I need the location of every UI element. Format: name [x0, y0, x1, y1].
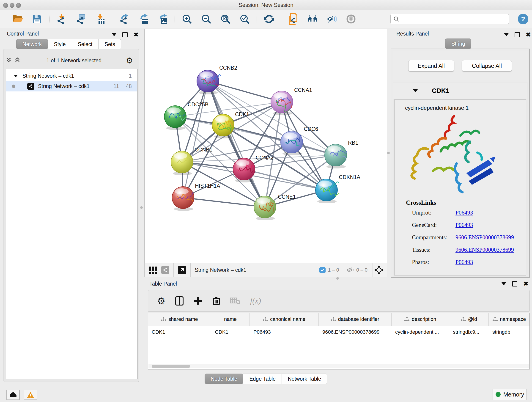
expand-all-icon[interactable] [14, 57, 22, 64]
node-CDK1[interactable] [212, 114, 234, 138]
results-panel-menu-icon[interactable] [504, 33, 509, 36]
add-column-icon[interactable] [193, 296, 203, 306]
refresh-icon[interactable] [264, 13, 274, 25]
grid-view-icon[interactable] [149, 266, 157, 274]
network-status-dot [12, 85, 15, 88]
warning-button[interactable] [24, 390, 37, 400]
table-panel-float-icon[interactable] [512, 281, 517, 287]
table-panel-menu-icon[interactable] [501, 282, 506, 285]
entry-expander-icon[interactable] [413, 89, 418, 92]
tab-style[interactable]: Style [48, 39, 72, 49]
edge-HIST1H1A-CCNE1[interactable] [183, 198, 265, 207]
node-CDC25B[interactable] [164, 106, 187, 130]
open-file-icon[interactable] [12, 13, 23, 25]
tab-network[interactable]: Network [16, 39, 48, 49]
tab-node-table[interactable]: Node Table [205, 374, 244, 384]
table-tabs: Node TableEdge TableNetwork Table [0, 374, 532, 384]
hide-eye-icon[interactable] [326, 13, 337, 25]
home-pair-icon[interactable] [307, 13, 318, 25]
import-table-icon[interactable] [94, 13, 105, 25]
node-CCNA1[interactable] [271, 91, 293, 115]
zoom-in-icon[interactable] [181, 13, 192, 25]
selected-checkbox-icon[interactable] [319, 267, 326, 273]
column-header-canonical-name[interactable]: canonical name [250, 313, 319, 326]
node-table[interactable]: shared namenamecanonical namedatabase id… [148, 313, 530, 370]
control-panel-float-icon[interactable] [122, 32, 128, 37]
control-panel-title: Control Panel [7, 31, 39, 37]
node-label-RB1: RB1 [348, 140, 358, 146]
table-horizontal-scrollbar[interactable] [148, 364, 529, 368]
open-in-new-icon[interactable] [178, 266, 186, 274]
zoom-out-icon[interactable] [201, 13, 212, 25]
export-table-icon[interactable] [138, 13, 149, 25]
column-header-@id[interactable]: @id [449, 313, 489, 326]
export-image-icon[interactable] [157, 13, 168, 25]
zoom-fit-icon[interactable] [220, 13, 231, 25]
table-row[interactable]: CDK1CDK1P064939606.ENSP00000378699cyclin… [148, 326, 530, 338]
cell[interactable]: CDK1 [148, 329, 211, 335]
column-header-namespace[interactable]: namespace [489, 313, 530, 326]
node-CDKN1A[interactable] [316, 179, 340, 203]
crosslink-link[interactable]: 9606.ENSP00000378699 [456, 234, 514, 241]
network-options-gear-icon[interactable]: ⚙ [126, 57, 133, 64]
clone-document-icon[interactable] [288, 13, 299, 25]
results-panel-close-icon[interactable]: ✖ [526, 32, 531, 38]
edge-CDK1-RB1[interactable] [223, 125, 336, 155]
share-network-icon[interactable] [161, 266, 169, 274]
cell[interactable]: 9606.ENSP00000378699 [319, 329, 392, 335]
import-network-icon[interactable] [56, 13, 67, 25]
collapse-all-icon[interactable] [6, 57, 14, 64]
collection-expander-icon[interactable] [14, 75, 18, 77]
column-header-shared-name[interactable]: shared name [148, 313, 211, 326]
network-canvas[interactable]: CCNB2CCNA1CDC25BCDK1CDC6RB1CCNB1CCNA2CDK… [144, 29, 387, 263]
protein-entry-header[interactable]: CDK1 [393, 83, 527, 99]
node-CCNE1[interactable] [254, 196, 276, 220]
save-session-icon[interactable] [32, 13, 43, 25]
cell[interactable]: P06493 [250, 329, 319, 335]
results-panel-float-icon[interactable] [515, 32, 520, 37]
tab-string[interactable]: String [445, 38, 471, 49]
eye-ball-icon[interactable] [346, 13, 356, 25]
collapse-all-button[interactable]: Collapse All [462, 60, 512, 71]
cell[interactable]: stringdb [489, 329, 530, 335]
crosslink-link[interactable]: P06493 [456, 259, 473, 265]
cloud-button[interactable] [6, 390, 20, 400]
zoom-selected-icon[interactable] [239, 13, 250, 25]
node-label-CCNA1: CCNA1 [294, 87, 312, 93]
left-splitter-handle[interactable] [140, 206, 143, 209]
tab-sets[interactable]: Sets [98, 39, 121, 49]
cell[interactable]: cyclin-dependent ... [392, 329, 449, 335]
column-header-name[interactable]: name [211, 313, 250, 326]
crosslink-link[interactable]: P06493 [456, 222, 473, 228]
tab-edge-table[interactable]: Edge Table [243, 374, 282, 384]
column-header-description[interactable]: description [392, 313, 449, 326]
edge-CCNB2-HIST1H1A[interactable] [183, 81, 208, 198]
show-columns-icon[interactable] [175, 296, 184, 306]
cell[interactable]: CDK1 [211, 329, 250, 335]
search-input[interactable] [399, 16, 506, 22]
export-network-icon[interactable] [119, 13, 130, 25]
birdseye-crosshair-icon[interactable] [374, 265, 384, 275]
help-button[interactable]: ? [518, 14, 528, 24]
network-collection-row[interactable]: String Network – cdk1 1 [6, 71, 137, 81]
table-panel-close-icon[interactable]: ✖ [523, 281, 528, 287]
tab-select[interactable]: Select [72, 39, 99, 49]
node-CCNB1[interactable] [171, 151, 193, 175]
table-settings-gear-icon[interactable]: ⚙ [157, 296, 165, 306]
node-RB1[interactable] [325, 144, 347, 168]
control-panel-close-icon[interactable]: ✖ [133, 32, 139, 38]
control-panel-menu-icon[interactable] [112, 33, 116, 36]
tab-network-table[interactable]: Network Table [282, 374, 327, 384]
node-HIST1H1A[interactable] [172, 186, 194, 211]
column-header-database-identifier[interactable]: database identifier [319, 313, 392, 326]
import-database-icon[interactable] [75, 13, 86, 25]
crosslink-link[interactable]: P06493 [456, 210, 473, 216]
crosslink-link[interactable]: 9606.ENSP00000378699 [456, 247, 514, 253]
search-box[interactable] [390, 14, 509, 24]
cell[interactable]: stringdb:9... [449, 329, 489, 335]
expand-all-button[interactable]: Expand All [408, 60, 454, 71]
crosslink-row: Uniprot:P06493 [406, 210, 520, 216]
network-row[interactable]: String Network – cdk1 11 48 [6, 81, 137, 91]
delete-column-icon[interactable] [212, 296, 220, 306]
memory-button[interactable]: Memory [493, 389, 527, 400]
